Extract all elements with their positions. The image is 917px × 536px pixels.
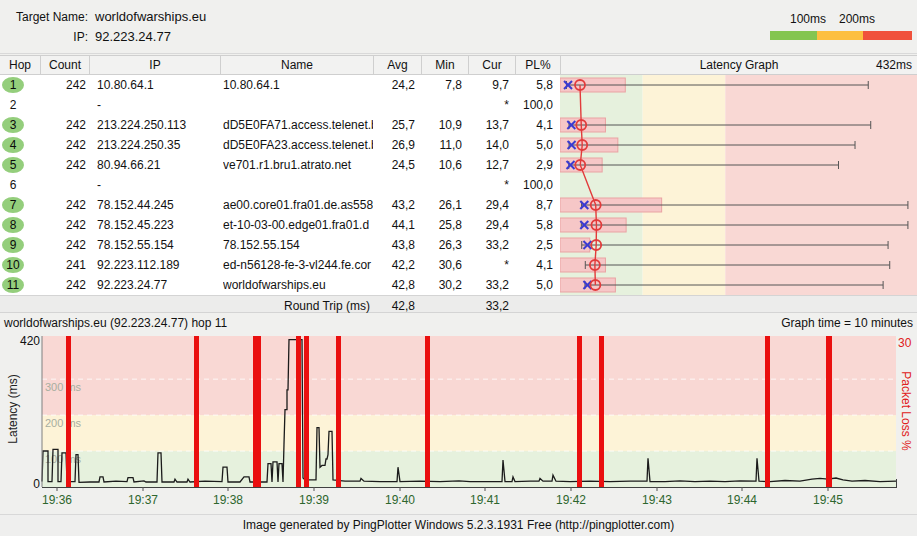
pl-cell: 5,8 — [515, 75, 553, 95]
pl-cell: 2,9 — [515, 155, 553, 175]
hop-number-badge: 10 — [2, 257, 24, 273]
hop-number-badge: 11 — [2, 277, 24, 293]
avg-cell — [373, 175, 415, 195]
min-cell — [421, 175, 462, 195]
hop-number-badge: 6 — [0, 175, 26, 195]
ip-value: 92.223.24.77 — [95, 29, 171, 44]
cur-cell: 33,2 — [468, 275, 509, 295]
time-tick-label: 19:36 — [42, 493, 72, 507]
name-cell: ed-n56128-fe-3-vl244.fe.cor — [223, 255, 373, 275]
packet-loss-bar — [336, 336, 341, 487]
target-name-value: worldofwarships.eu — [95, 9, 206, 24]
time-tick-label: 19:44 — [727, 493, 757, 507]
ip-cell: - — [97, 95, 219, 115]
cur-cell: 13,7 — [468, 115, 509, 135]
packet-loss-bar — [253, 336, 261, 487]
column-header-ip[interactable]: IP — [89, 56, 220, 75]
scale-200ms-label: 200ms — [839, 12, 875, 26]
name-cell: worldofwarships.eu — [223, 275, 373, 295]
avg-cell: 43,8 — [373, 235, 415, 255]
min-cell: 11,0 — [421, 135, 462, 155]
column-header-cur[interactable]: Cur — [468, 56, 515, 75]
name-cell: dD5E0FA23.access.telenet.b — [223, 135, 373, 155]
timeline-graph[interactable]: 100 ms200 ms300 ms19:3619:3719:3819:3919… — [0, 330, 917, 514]
hop-latency-graph[interactable] — [560, 75, 917, 295]
scale-green-segment — [770, 31, 817, 40]
ip-cell: - — [97, 175, 219, 195]
packet-loss-bar — [304, 336, 309, 487]
pl-cell: 2,5 — [515, 235, 553, 255]
time-tick-label: 19:37 — [128, 493, 158, 507]
grid-label: 300 ms — [45, 381, 82, 393]
min-cell: 30,2 — [421, 275, 462, 295]
ip-cell: 10.80.64.1 — [97, 75, 219, 95]
column-header-name[interactable]: Name — [220, 56, 373, 75]
count-cell: 242 — [40, 155, 86, 175]
name-cell: dD5E0FA71.access.telenet.b — [223, 115, 373, 135]
time-tick-label: 19:38 — [213, 493, 243, 507]
packet-loss-bar — [425, 336, 430, 487]
avg-cell: 26,9 — [373, 135, 415, 155]
pingplotter-window: Target Name: worldofwarships.eu IP: 92.2… — [0, 0, 917, 536]
count-cell: 242 — [40, 215, 86, 235]
column-header-latency-graph[interactable]: Latency Graph 432ms — [560, 56, 917, 75]
count-cell: 241 — [40, 255, 86, 275]
count-cell — [40, 175, 86, 195]
grid-label: 200 ms — [45, 417, 82, 429]
pl-cell: 100,0 — [515, 175, 553, 195]
avg-cell: 42,8 — [373, 275, 415, 295]
round-trip-label: Round Trip (ms) — [220, 296, 370, 316]
avg-cell: 43,2 — [373, 195, 415, 215]
avg-cell: 44,1 — [373, 215, 415, 235]
count-cell: 242 — [40, 195, 86, 215]
time-tick-label: 19:41 — [470, 493, 500, 507]
round-trip-row: Round Trip (ms) 42,8 33,2 — [0, 295, 917, 313]
count-cell: 242 — [40, 75, 86, 95]
column-header-avg[interactable]: Avg — [373, 56, 421, 75]
cur-cell: 14,0 — [468, 135, 509, 155]
count-cell: 242 — [40, 115, 86, 135]
avg-cell — [373, 95, 415, 115]
min-cell: 7,8 — [421, 75, 462, 95]
column-header-count[interactable]: Count — [40, 56, 89, 75]
packet-loss-bar — [66, 336, 71, 487]
footer-bar: Image generated by PingPlotter Windows 5… — [0, 514, 917, 536]
pl-cell: 100,0 — [515, 95, 553, 115]
pl-cell: 4,1 — [515, 255, 553, 275]
latency-scale-bar — [770, 31, 912, 40]
min-cell — [421, 95, 462, 115]
time-tick-label: 19:42 — [556, 493, 586, 507]
min-cell: 10,6 — [421, 155, 462, 175]
packet-loss-bar — [577, 336, 582, 487]
ip-cell: 213.224.250.113 — [97, 115, 219, 135]
packet-loss-bar — [765, 336, 770, 487]
avg-cell: 24,5 — [373, 155, 415, 175]
name-cell — [223, 95, 373, 115]
name-cell — [223, 175, 373, 195]
pl-cell: 8,7 — [515, 195, 553, 215]
pl-cell: 5,0 — [515, 275, 553, 295]
timeline-graph-time: Graph time = 10 minutes — [781, 316, 913, 330]
latency-graph-max-label: 432ms — [876, 56, 912, 74]
count-cell: 242 — [40, 235, 86, 255]
column-header-pl[interactable]: PL% — [515, 56, 560, 75]
ip-cell: 78.152.45.223 — [97, 215, 219, 235]
min-cell: 26,1 — [421, 195, 462, 215]
ip-label: IP: — [0, 30, 88, 44]
round-trip-avg: 42,8 — [373, 296, 415, 316]
column-header-hop[interactable]: Hop — [0, 56, 40, 75]
table-header: Hop Count IP Name Avg Min Cur PL% Latenc… — [0, 55, 917, 75]
ip-cell: 80.94.66.21 — [97, 155, 219, 175]
hop-number-badge: 2 — [0, 95, 26, 115]
column-header-min[interactable]: Min — [421, 56, 468, 75]
packet-loss-bar — [296, 336, 301, 487]
pl-cell: 5,8 — [515, 215, 553, 235]
count-cell: 242 — [40, 275, 86, 295]
time-tick-label: 19:43 — [642, 493, 672, 507]
hop-number-badge: 5 — [2, 157, 24, 173]
packet-loss-bar — [599, 336, 604, 487]
footer-text: Image generated by PingPlotter Windows 5… — [243, 518, 675, 532]
min-cell: 30,6 — [421, 255, 462, 275]
time-tick-label: 19:39 — [299, 493, 329, 507]
count-cell: 242 — [40, 135, 86, 155]
